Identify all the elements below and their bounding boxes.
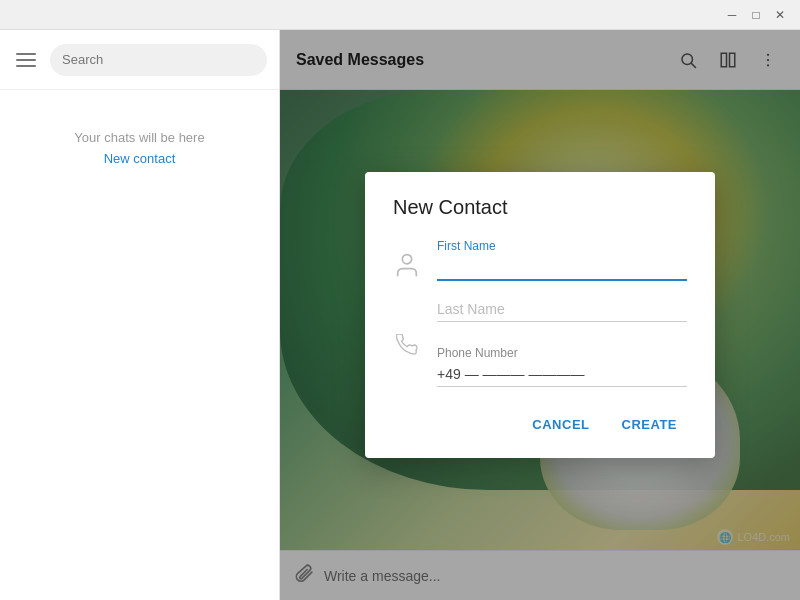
create-button[interactable]: CREATE	[612, 411, 687, 438]
main-content: Saved Messages	[280, 30, 800, 600]
search-box	[50, 44, 267, 76]
dialog-actions: CANCEL CREATE	[393, 411, 687, 438]
first-name-input[interactable]	[437, 255, 687, 281]
svg-point-7	[402, 255, 411, 264]
sidebar: Your chats will be here New contact	[0, 30, 280, 600]
new-contact-dialog: New Contact	[365, 172, 715, 458]
person-icon	[393, 251, 421, 286]
close-button[interactable]: ✕	[768, 3, 792, 27]
maximize-button[interactable]: □	[744, 3, 768, 27]
sidebar-empty-state: Your chats will be here New contact	[0, 90, 279, 600]
phone-input[interactable]	[437, 362, 687, 387]
menu-button[interactable]	[12, 46, 40, 74]
dialog-title: New Contact	[393, 196, 687, 219]
first-name-label: First Name	[437, 239, 687, 253]
last-name-input[interactable]	[437, 297, 687, 322]
app-window: Your chats will be here New contact Save…	[0, 30, 800, 600]
phone-group: Phone Number	[437, 346, 687, 387]
dialog-icons	[393, 239, 421, 387]
empty-chats-text: Your chats will be here	[74, 130, 204, 145]
phone-label: Phone Number	[437, 346, 687, 360]
first-name-group: First Name	[437, 239, 687, 281]
dialog-body: First Name Phone Number	[393, 239, 687, 387]
titlebar: ─ □ ✕	[0, 0, 800, 30]
search-input[interactable]	[62, 52, 255, 67]
minimize-button[interactable]: ─	[720, 3, 744, 27]
new-contact-link[interactable]: New contact	[104, 151, 176, 166]
phone-icon	[396, 334, 418, 362]
modal-overlay: New Contact	[280, 30, 800, 600]
sidebar-header	[0, 30, 279, 90]
cancel-button[interactable]: CANCEL	[522, 411, 599, 438]
last-name-group	[437, 297, 687, 322]
dialog-fields: First Name Phone Number	[437, 239, 687, 387]
